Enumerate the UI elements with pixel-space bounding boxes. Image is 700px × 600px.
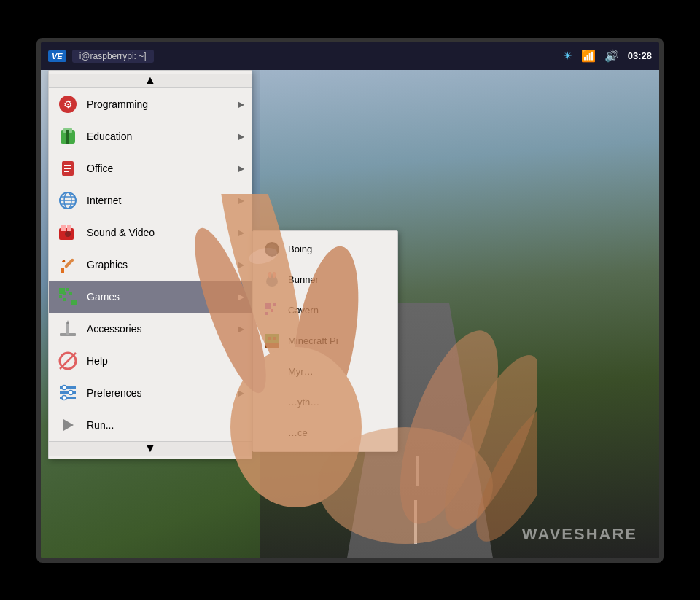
run-label: Run... xyxy=(87,419,244,431)
office-label: Office xyxy=(87,163,238,174)
myname-submenu-label: Myr… xyxy=(288,366,314,377)
bunner-submenu-label: Bunner xyxy=(288,274,319,285)
help-icon xyxy=(56,349,79,373)
graphics-arrow-icon: ▶ xyxy=(238,260,244,270)
svg-rect-24 xyxy=(63,292,66,295)
bluetooth-icon: ✴ xyxy=(563,49,572,63)
scroll-up-button[interactable]: ▲ xyxy=(49,74,252,88)
volume-icon: 🔊 xyxy=(604,49,619,63)
svg-point-17 xyxy=(65,231,71,237)
internet-arrow-icon: ▶ xyxy=(238,195,244,206)
svg-rect-22 xyxy=(66,288,69,291)
chevron-up-icon: ▲ xyxy=(144,74,156,87)
menu-item-graphics[interactable]: Graphics▶ xyxy=(49,249,252,281)
svg-point-36 xyxy=(62,385,66,389)
games-label: Games xyxy=(87,291,238,303)
menu-container: ▲ ⚙Programming▶Education▶Office▶Internet… xyxy=(48,70,252,459)
menu-item-internet[interactable]: Internet▶ xyxy=(49,184,252,217)
help-label: Help xyxy=(87,355,244,367)
svg-rect-27 xyxy=(71,300,77,305)
submenu-item-myname[interactable]: Myr… xyxy=(253,357,397,387)
accessories-arrow-icon: ▶ xyxy=(238,324,244,334)
education-label: Education xyxy=(87,130,238,142)
boing-submenu-icon xyxy=(262,239,282,260)
minecraft-submenu-label: Minecraft Pi xyxy=(288,335,338,346)
games-arrow-icon: ▶ xyxy=(238,292,244,302)
bunner-submenu-icon xyxy=(262,270,282,290)
preferences-label: Preferences xyxy=(87,387,238,399)
ce-submenu-label: …ce xyxy=(288,427,308,438)
svg-rect-47 xyxy=(265,303,271,309)
clock: 03:28 xyxy=(628,50,652,61)
accessories-icon xyxy=(56,317,79,340)
education-icon xyxy=(56,125,79,148)
svg-rect-23 xyxy=(59,295,62,298)
main-menu: ▲ ⚙Programming▶Education▶Office▶Internet… xyxy=(48,70,252,459)
python-submenu-label: …yth… xyxy=(288,397,319,408)
menu-item-accessories[interactable]: Accessories▶ xyxy=(49,313,252,345)
cavern-submenu-label: Cavern xyxy=(288,305,319,316)
svg-rect-16 xyxy=(67,225,71,231)
menu-item-run[interactable]: Run... xyxy=(49,409,252,441)
games-icon xyxy=(56,285,79,308)
menu-item-education[interactable]: Education▶ xyxy=(49,120,252,152)
submenu-item-cavern[interactable]: Cavern xyxy=(253,295,397,326)
watermark: WAVESHARE xyxy=(522,525,637,544)
menu-item-help[interactable]: Help xyxy=(49,345,252,377)
sound-arrow-icon: ▶ xyxy=(238,227,244,238)
menu-item-office[interactable]: Office▶ xyxy=(49,152,252,184)
internet-label: Internet xyxy=(87,195,238,206)
sound-icon xyxy=(56,221,79,244)
svg-rect-54 xyxy=(265,343,279,348)
office-arrow-icon: ▶ xyxy=(238,163,244,174)
svg-rect-48 xyxy=(273,303,276,306)
svg-point-45 xyxy=(268,272,271,278)
svg-rect-50 xyxy=(271,309,273,312)
taskbar-right: ✴ 📶 🔊 03:28 xyxy=(563,49,652,63)
svg-rect-19 xyxy=(62,260,66,263)
svg-point-38 xyxy=(62,395,66,400)
taskbar-left: VE i@raspberrypi: ~] xyxy=(48,50,154,63)
menu-item-programming[interactable]: ⚙Programming▶ xyxy=(49,88,252,120)
scroll-down-button[interactable]: ▼ xyxy=(49,441,252,456)
menu-item-games[interactable]: Games▶ xyxy=(49,281,252,313)
education-arrow-icon: ▶ xyxy=(238,131,244,141)
svg-rect-7 xyxy=(64,168,71,169)
svg-rect-20 xyxy=(64,257,74,268)
submenu-item-ce[interactable]: …ce xyxy=(253,418,397,448)
sound-label: Sound & Video xyxy=(87,227,238,238)
ve-icon[interactable]: VE xyxy=(48,50,66,62)
screen: VE i@raspberrypi: ~] ✴ 📶 🔊 03:28 ▲ xyxy=(36,38,664,563)
svg-rect-18 xyxy=(61,268,64,273)
svg-rect-4 xyxy=(66,130,69,144)
preferences-icon xyxy=(56,381,79,405)
svg-rect-26 xyxy=(63,298,66,301)
svg-text:⚙: ⚙ xyxy=(63,98,73,110)
submenu-item-boing[interactable]: Boing xyxy=(253,234,397,265)
svg-rect-8 xyxy=(64,171,69,172)
submenu-item-python[interactable]: …yth… xyxy=(253,387,397,418)
graphics-icon xyxy=(56,253,79,276)
accessories-label: Accessories xyxy=(87,323,238,335)
menu-item-preferences[interactable]: Preferences▶ xyxy=(49,377,252,409)
svg-marker-39 xyxy=(63,419,74,431)
programming-arrow-icon: ▶ xyxy=(238,99,244,109)
submenu-item-minecraft[interactable]: Minecraft Pi xyxy=(253,326,397,357)
svg-rect-52 xyxy=(268,337,271,340)
run-icon xyxy=(56,413,79,437)
terminal-label[interactable]: i@raspberrypi: ~] xyxy=(72,50,154,63)
chevron-down-icon: ▼ xyxy=(144,442,156,455)
cavern-submenu-icon xyxy=(262,300,282,321)
submenu-item-bunner[interactable]: Bunner xyxy=(253,265,397,295)
menu-item-sound[interactable]: Sound & Video▶ xyxy=(49,217,252,249)
taskbar: VE i@raspberrypi: ~] ✴ 📶 🔊 03:28 xyxy=(41,42,659,70)
svg-point-41 xyxy=(267,244,277,254)
programming-icon: ⚙ xyxy=(56,93,79,116)
games-submenu: BoingBunnerCavernMinecraft PiMyr……yth……c… xyxy=(252,230,398,452)
svg-rect-49 xyxy=(265,312,268,315)
graphics-label: Graphics xyxy=(87,259,238,270)
internet-icon xyxy=(56,189,79,212)
programming-label: Programming xyxy=(87,98,238,110)
minecraft-submenu-icon xyxy=(262,331,282,351)
svg-point-46 xyxy=(273,272,276,278)
